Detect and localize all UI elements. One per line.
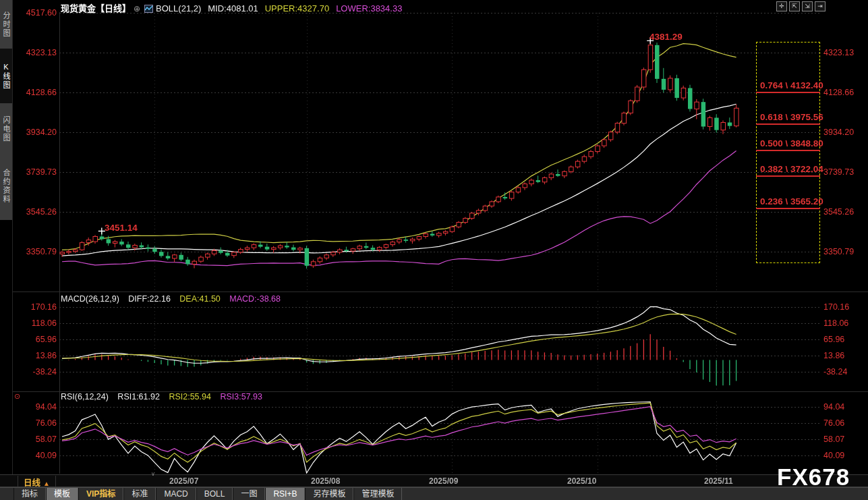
axis-tick: 76.06: [823, 418, 867, 428]
timeline-marker: ∨: [151, 471, 155, 477]
fib-label-0382: 0.382 \ 3722.04: [760, 164, 823, 174]
axis-tick: 3545.26: [823, 207, 867, 217]
month-label: 2025/09: [429, 476, 458, 486]
axis-tick: 170.16: [13, 302, 57, 312]
tab-save-template[interactable]: 另存模板: [305, 488, 353, 500]
axis-tick: 13.86: [823, 351, 867, 360]
collapse-icon[interactable]: ⊕: [134, 4, 140, 13]
axis-tick: 3934.20: [823, 128, 867, 137]
fib-line-0764: [756, 92, 820, 93]
tab-boll[interactable]: BOLL: [196, 488, 233, 500]
tab-rsi-b[interactable]: RSI+B: [265, 488, 305, 500]
macd-dea-value: DEA:41.50: [179, 294, 220, 304]
fib-label-0618: 0.618 \ 3975.56: [760, 112, 823, 122]
tab-templates[interactable]: 模板: [46, 488, 78, 500]
scale-left-icon[interactable]: ⇱: [789, 1, 800, 11]
june-high-annotation: 3451.14: [105, 223, 138, 233]
indicator-chart-icon: [144, 5, 153, 13]
macd-params-label: MACD(26,12,9): [61, 294, 119, 304]
axis-tick: 170.16: [823, 302, 867, 312]
axis-tick: 65.96: [13, 335, 57, 344]
boll-lower-value: LOWER:3834.33: [336, 3, 402, 13]
month-label: 2025/07: [169, 476, 198, 486]
axis-tick: 4128.66: [823, 88, 867, 97]
sidebar-item-lightning-chart[interactable]: 闪电图: [0, 105, 12, 153]
axis-tick: 94.04: [13, 402, 57, 412]
axis-tick: 3934.20: [13, 128, 57, 137]
scale-right-icon[interactable]: ⇲: [802, 1, 813, 11]
axis-tick: 3545.26: [13, 207, 57, 217]
month-label: 2025/08: [311, 476, 340, 486]
axis-tick: 4323.13: [823, 48, 867, 57]
period-arrow-icon: ▲: [43, 480, 50, 487]
chart-header: 现货黄金【日线】⊕BOLL(21,2)MID:4081.01UPPER:4327…: [61, 1, 409, 11]
time-axis: ∨ 日线▲ 2025/07 2025/08 2025/09 2025/10 20…: [0, 474, 868, 487]
rsi-panel-header: RSI(6,12,24) RSI1:61.92 RSI2:55.94 RSI3:…: [61, 392, 269, 401]
axis-tick: 65.96: [823, 335, 867, 344]
period-label: 日线: [24, 478, 40, 488]
chart-type-sidebar: 分时图 K线图 闪电图 合约资料: [0, 0, 13, 500]
tab-macd[interactable]: MACD: [156, 488, 196, 500]
crosshair-icon[interactable]: ✛: [776, 1, 787, 11]
fib-label-0764: 0.764 \ 4132.40: [760, 80, 823, 90]
rsi-drag-handle-icon[interactable]: ⊙: [14, 392, 20, 401]
axis-tick: 3739.73: [823, 167, 867, 177]
watermark: FX678: [777, 464, 850, 491]
axis-tick: 4323.13: [13, 48, 57, 57]
tab-one-chart[interactable]: 一图: [233, 488, 265, 500]
macd-value: MACD:-38.68: [229, 294, 281, 304]
boll-upper-value: UPPER:4327.70: [265, 3, 329, 13]
axis-tick: 40.09: [13, 451, 57, 460]
peak-price-annotation: 4381.29: [649, 32, 683, 42]
chart-canvas[interactable]: [0, 0, 868, 500]
axis-tick: 3350.79: [13, 247, 57, 256]
macd-panel-header: MACD(26,12,9) DIFF:22.16 DEA:41.50 MACD:…: [61, 294, 287, 304]
axis-tool-icons: ✛ ⇱ ⇲ ⇥: [776, 1, 826, 11]
rsi2-value: RSI2:55.94: [169, 392, 211, 401]
tab-indicators[interactable]: 指标: [13, 488, 46, 500]
fib-line-0618: [756, 123, 820, 125]
axis-tick: 3739.73: [13, 167, 57, 177]
axis-tick: -38.24: [823, 367, 867, 377]
tab-standard[interactable]: 标准: [123, 488, 156, 500]
axis-tick: 118.06: [13, 318, 57, 328]
axis-tick: 58.07: [823, 435, 867, 444]
axis-tick: 4128.66: [13, 88, 57, 97]
sidebar-item-time-chart[interactable]: 分时图: [0, 2, 12, 47]
axis-tick: 4517.60: [13, 8, 57, 18]
axis-tick: 13.86: [13, 351, 57, 360]
macd-diff-value: DIFF:22.16: [128, 294, 171, 304]
pan-right-icon[interactable]: ⇥: [815, 1, 826, 11]
month-label: 2025/11: [704, 476, 733, 486]
fib-line-0236: [756, 208, 820, 209]
indicator-toolbar: 指标 模板 VIP指标 标准 MACD BOLL 一图 RSI+B 另存模板 管…: [0, 487, 868, 500]
axis-tick: 3350.79: [823, 247, 867, 256]
axis-tick: -38.24: [13, 367, 57, 377]
boll-params-label: BOLL(21,2): [156, 3, 201, 13]
fib-line-0382: [756, 175, 820, 177]
trading-app: 分时图 K线图 闪电图 合约资料 现货黄金【日线】⊕BOLL(21,2)MID:…: [0, 0, 868, 500]
axis-tick: 76.06: [13, 418, 57, 428]
sidebar-item-contract-info[interactable]: 合约资料: [0, 155, 12, 218]
tab-vip-indicators[interactable]: VIP指标: [78, 488, 123, 500]
fib-label-0236: 0.236 \ 3565.20: [760, 196, 823, 206]
axis-tick: 58.07: [13, 435, 57, 444]
fib-line-0500: [756, 150, 820, 151]
axis-tick: 40.09: [823, 451, 867, 460]
axis-tick: 118.06: [823, 318, 867, 328]
rsi-params-label: RSI(6,12,24): [61, 392, 109, 401]
fib-retracement-box: [756, 42, 820, 263]
tab-manage-template[interactable]: 管理模板: [353, 488, 402, 500]
month-label: 2025/10: [567, 476, 596, 486]
sidebar-item-kline-chart[interactable]: K线图: [0, 49, 12, 103]
instrument-title: 现货黄金【日线】: [61, 3, 131, 13]
period-selector[interactable]: 日线▲: [18, 476, 56, 487]
rsi1-value: RSI1:61.92: [117, 392, 160, 401]
axis-tick: 94.04: [823, 402, 867, 412]
fib-label-0500: 0.500 \ 3848.80: [760, 138, 823, 148]
rsi3-value: RSI3:57.93: [220, 392, 262, 401]
boll-mid-value: MID:4081.01: [208, 3, 258, 13]
